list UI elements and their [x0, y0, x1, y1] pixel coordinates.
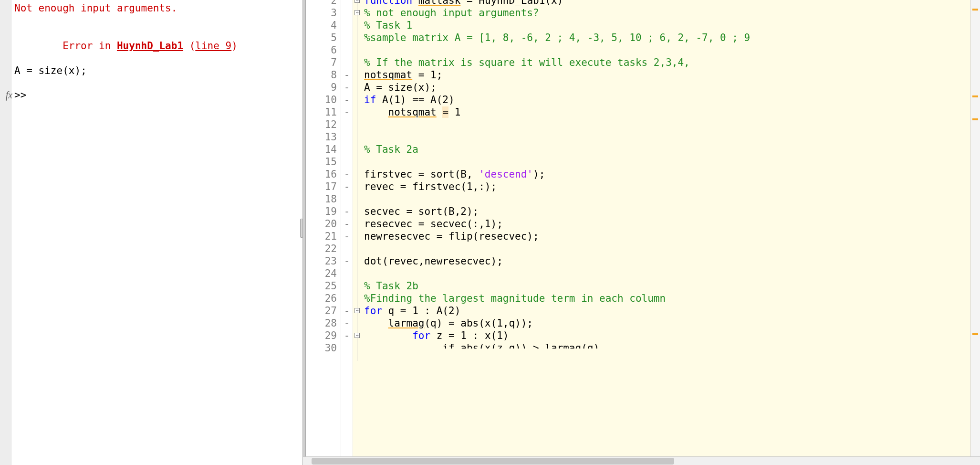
breakpoint-slot[interactable]: -	[341, 180, 353, 193]
code-line[interactable]: for q = 1 : A(2)	[361, 305, 970, 317]
error-mid: (	[183, 40, 195, 52]
breakpoint-slot[interactable]	[341, 143, 353, 156]
line-number: 15	[306, 156, 341, 168]
line-number: 3	[306, 7, 341, 19]
code-line[interactable]: if A(1) == A(2)	[361, 94, 970, 106]
breakpoint-slot[interactable]: -	[341, 205, 353, 218]
breakpoint-slot[interactable]: -	[341, 94, 353, 106]
code-line[interactable]	[361, 131, 970, 143]
scrollbar-thumb[interactable]	[312, 458, 674, 465]
code-line[interactable]: newresecvec = flip(resecvec);	[361, 230, 970, 243]
warning-mark-icon[interactable]	[972, 95, 978, 97]
warning-mark-icon[interactable]	[972, 118, 978, 120]
breakpoint-slot[interactable]	[341, 267, 353, 280]
breakpoint-slot[interactable]: -	[341, 106, 353, 118]
splitter-handle[interactable]	[300, 219, 303, 238]
line-number: 6	[306, 44, 341, 56]
breakpoint-slot[interactable]: -	[341, 317, 353, 329]
code-line[interactable]: % Task 1	[361, 19, 970, 32]
horizontal-scrollbar[interactable]	[303, 456, 980, 465]
message-strip[interactable]	[970, 0, 980, 456]
code-line[interactable]: revec = firstvec(1,:);	[361, 180, 970, 193]
editor-main: 2345678910111213141516171819202122232425…	[303, 0, 980, 456]
line-number: 24	[306, 267, 341, 280]
line-number: 4	[306, 19, 341, 32]
line-number: 10	[306, 94, 341, 106]
line-number: 21	[306, 230, 341, 243]
code-area[interactable]: function mattask = HuynhD_Lab1(x)% not e…	[361, 0, 970, 456]
breakpoint-slot[interactable]	[341, 19, 353, 32]
breakpoint-slot[interactable]: -	[341, 81, 353, 94]
line-number: 7	[306, 56, 341, 69]
code-line[interactable]: secvec = sort(B,2);	[361, 205, 970, 218]
code-line[interactable]: A = size(x);	[361, 81, 970, 94]
line-number: 29	[306, 329, 341, 342]
code-line[interactable]	[361, 243, 970, 255]
breakpoint-slot[interactable]	[341, 0, 353, 7]
code-line[interactable]	[361, 193, 970, 205]
breakpoint-slot[interactable]	[341, 280, 353, 292]
breakpoint-slot[interactable]: -	[341, 69, 353, 81]
breakpoint-slot[interactable]	[341, 292, 353, 305]
breakpoint-slot[interactable]	[341, 243, 353, 255]
breakpoint-slot[interactable]	[341, 7, 353, 19]
line-number: 30	[306, 342, 341, 354]
code-line[interactable]	[361, 44, 970, 56]
line-number: 18	[306, 193, 341, 205]
error-code: A = size(x);	[14, 64, 300, 77]
warning-mark-icon[interactable]	[972, 9, 978, 11]
code-line[interactable]: % If the matrix is square it will execut…	[361, 56, 970, 69]
breakpoint-slot[interactable]	[341, 342, 353, 354]
code-line[interactable]: notsqmat = 1;	[361, 69, 970, 81]
fx-icon[interactable]: fx	[4, 90, 14, 101]
code-line[interactable]: dot(revec,newresecvec);	[361, 255, 970, 267]
error-function-link[interactable]: HuynhD_Lab1	[117, 40, 183, 52]
breakpoint-slot[interactable]: -	[341, 305, 353, 317]
line-number: 5	[306, 32, 341, 44]
code-line[interactable]	[361, 156, 970, 168]
code-line[interactable]: for z = 1 : x(1)	[361, 329, 970, 342]
breakpoint-slot[interactable]: -	[341, 255, 353, 267]
line-number: 26	[306, 292, 341, 305]
line-number: 2	[306, 0, 341, 7]
line-number: 28	[306, 317, 341, 329]
error-line-link[interactable]: line 9	[195, 40, 231, 52]
fold-gutter[interactable]: −−−−	[353, 0, 361, 456]
code-line[interactable]	[361, 118, 970, 131]
breakpoint-slot[interactable]	[341, 56, 353, 69]
code-line[interactable]: notsqmat = 1	[361, 106, 970, 118]
line-number: 13	[306, 131, 341, 143]
code-line[interactable]: firstvec = sort(B, 'descend');	[361, 168, 970, 180]
editor: 2345678910111213141516171819202122232425…	[303, 0, 980, 465]
error-location: Error in HuynhD_Lab1 (line 9)	[14, 27, 300, 64]
code-line[interactable]: larmag(q) = abs(x(1,q));	[361, 317, 970, 329]
breakpoint-slot[interactable]	[341, 44, 353, 56]
warning-mark-icon[interactable]	[972, 333, 978, 335]
error-pre: Error in	[63, 40, 117, 52]
breakpoint-slot[interactable]	[341, 156, 353, 168]
prompt-row: fx >>	[14, 89, 300, 101]
code-line[interactable]: function mattask = HuynhD_Lab1(x)	[361, 0, 970, 7]
breakpoint-slot[interactable]	[341, 32, 353, 44]
breakpoint-slot[interactable]	[341, 193, 353, 205]
code-line[interactable]: % Task 2b	[361, 280, 970, 292]
code-line[interactable]: %sample matrix A = [1, 8, -6, 2 ; 4, -3,…	[361, 32, 970, 44]
breakpoint-gutter[interactable]: -------------	[341, 0, 353, 456]
code-line[interactable]: if abs(x(z,q)) > larmag(q)	[361, 342, 970, 349]
code-line[interactable]: resecvec = secvec(:,1);	[361, 218, 970, 230]
breakpoint-slot[interactable]	[341, 118, 353, 131]
breakpoint-slot[interactable]	[341, 131, 353, 143]
breakpoint-slot[interactable]: -	[341, 168, 353, 180]
code-line[interactable]: % Task 2a	[361, 143, 970, 156]
command-prompt[interactable]: >>	[14, 89, 26, 101]
code-line[interactable]: % not enough input arguments?	[361, 7, 970, 19]
command-window-body[interactable]: Not enough input arguments. Error in Huy…	[11, 0, 302, 465]
breakpoint-slot[interactable]: -	[341, 329, 353, 342]
code-line[interactable]: %Finding the largest magnitude term in e…	[361, 292, 970, 305]
code-line[interactable]	[361, 267, 970, 280]
breakpoint-slot[interactable]: -	[341, 218, 353, 230]
line-number: 20	[306, 218, 341, 230]
app-root: Not enough input arguments. Error in Huy…	[0, 0, 980, 465]
line-number: 12	[306, 118, 341, 131]
breakpoint-slot[interactable]: -	[341, 230, 353, 243]
